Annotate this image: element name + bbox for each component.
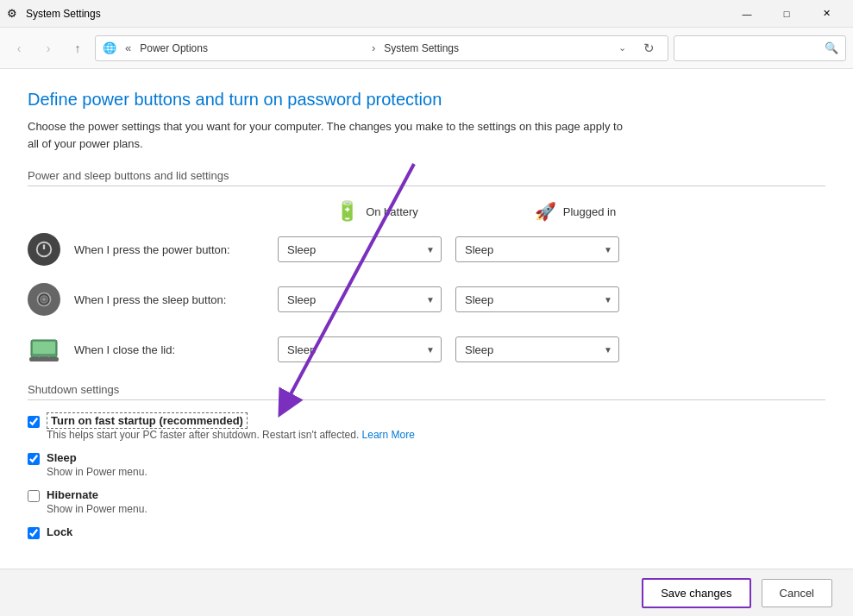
hibernate-desc: Show in Power menu. (47, 503, 147, 515)
battery-icon: 🔋 (336, 200, 359, 223)
power-button-label: When I press the power button: (74, 243, 264, 256)
hibernate-content: Hibernate Show in Power menu. (47, 488, 147, 515)
hibernate-checkbox[interactable] (28, 490, 40, 502)
cancel-button[interactable]: Cancel (762, 579, 832, 607)
address-chevron[interactable]: ⌄ (612, 39, 631, 58)
refresh-button[interactable]: ↻ (637, 36, 661, 60)
fast-startup-row: Turn on fast startup (recommended) This … (28, 414, 825, 441)
lid-label: When I close the lid: (74, 343, 264, 356)
lid-plugged-dropdown-wrap: Do nothing Sleep Hibernate Shut down Tur… (455, 336, 619, 362)
search-box[interactable]: 🔍 (674, 35, 846, 61)
sleep-button-label: When I press the sleep button: (74, 293, 264, 306)
app-icon: ⚙ (7, 7, 21, 21)
window-controls: — □ ✕ (727, 0, 846, 28)
power-button-icon (28, 233, 60, 266)
power-battery-dropdown-wrap: Do nothing Sleep Hibernate Shut down Tur… (278, 236, 442, 262)
addressbar: ‹ › ↑ 🌐 « Power Options › System Setting… (0, 28, 853, 69)
sleep-plugged-dropdown[interactable]: Do nothing Sleep Hibernate Shut down Tur… (455, 286, 619, 312)
lock-label[interactable]: Lock (47, 525, 72, 538)
breadcrumb-icon: 🌐 (103, 41, 116, 54)
svg-rect-7 (33, 342, 55, 354)
page-title: Define power buttons and turn on passwor… (28, 90, 825, 110)
shutdown-section-header: Shutdown settings (28, 383, 825, 400)
hibernate-label[interactable]: Hibernate (47, 488, 98, 501)
sleep-row: Sleep Show in Power menu. (28, 451, 825, 478)
breadcrumb-system-settings: System Settings (384, 42, 607, 54)
power-plugged-dropdown-wrap: Do nothing Sleep Hibernate Shut down Tur… (455, 236, 619, 262)
footer: Save changes Cancel (0, 569, 853, 616)
page-description: Choose the power settings that you want … (28, 118, 631, 152)
lid-plugged-dropdown[interactable]: Do nothing Sleep Hibernate Shut down Tur… (455, 336, 619, 362)
sleep-checkbox[interactable] (28, 453, 40, 465)
breadcrumb-power-options: Power Options (140, 42, 363, 54)
back-button[interactable]: ‹ (7, 36, 31, 60)
close-button[interactable]: ✕ (806, 0, 846, 28)
power-plugged-dropdown[interactable]: Do nothing Sleep Hibernate Shut down Tur… (455, 236, 619, 262)
lid-battery-dropdown[interactable]: Do nothing Sleep Hibernate Shut down Tur… (278, 336, 442, 362)
shutdown-section: Shutdown settings Turn on fast startup (… (28, 383, 825, 539)
fast-startup-desc: This helps start your PC faster after sh… (47, 429, 415, 441)
address-box: 🌐 « Power Options › System Settings ⌄ ↻ (95, 35, 668, 61)
sleep-plugged-dropdown-wrap: Do nothing Sleep Hibernate Shut down Tur… (455, 286, 619, 312)
save-changes-button[interactable]: Save changes (642, 578, 750, 608)
svg-point-5 (42, 298, 45, 300)
sleep-button-icon (28, 283, 60, 316)
minimize-button[interactable]: — (727, 0, 767, 28)
titlebar: ⚙ System Settings — □ ✕ (0, 0, 853, 28)
column-headers: 🔋 On battery 🚀 Plugged in (278, 200, 825, 223)
sleep-battery-dropdown[interactable]: Do nothing Sleep Hibernate Shut down Tur… (278, 286, 442, 312)
col-battery: 🔋 On battery (278, 200, 476, 223)
main-content: Define power buttons and turn on passwor… (0, 69, 853, 616)
fast-startup-label[interactable]: Turn on fast startup (recommended) (47, 412, 248, 429)
sleep-label[interactable]: Sleep (47, 451, 77, 464)
window-title: System Settings (26, 8, 727, 20)
lid-icon (28, 333, 60, 366)
col-plugged-label: Plugged in (563, 205, 616, 218)
lid-row: When I close the lid: Do nothing Sleep H… (28, 333, 825, 366)
search-icon: 🔍 (825, 41, 838, 54)
sleep-desc: Show in Power menu. (47, 466, 147, 478)
up-button[interactable]: ↑ (66, 36, 90, 60)
sleep-button-row: When I press the sleep button: Do nothin… (28, 283, 825, 316)
power-battery-dropdown[interactable]: Do nothing Sleep Hibernate Shut down Tur… (278, 236, 442, 262)
hibernate-row: Hibernate Show in Power menu. (28, 488, 825, 515)
breadcrumb-arrow: › (372, 41, 375, 54)
search-input[interactable] (681, 42, 825, 54)
lock-content: Lock (47, 525, 72, 538)
lid-battery-dropdown-wrap: Do nothing Sleep Hibernate Shut down Tur… (278, 336, 442, 362)
buttons-section-header: Power and sleep buttons and lid settings (28, 169, 825, 186)
fast-startup-desc-text: This helps start your PC faster after sh… (47, 429, 359, 441)
col-plugged: 🚀 Plugged in (476, 201, 674, 222)
breadcrumb-sep1: « (125, 41, 131, 54)
lock-checkbox[interactable] (28, 527, 40, 539)
plug-icon: 🚀 (535, 201, 556, 222)
sleep-battery-dropdown-wrap: Do nothing Sleep Hibernate Shut down Tur… (278, 286, 442, 312)
maximize-button[interactable]: □ (767, 0, 806, 28)
sleep-content: Sleep Show in Power menu. (47, 451, 147, 478)
lock-row: Lock (28, 525, 825, 539)
forward-button[interactable]: › (36, 36, 60, 60)
learn-more-link[interactable]: Learn More (362, 429, 415, 441)
fast-startup-checkbox[interactable] (28, 416, 40, 428)
power-button-row: When I press the power button: Do nothin… (28, 233, 825, 266)
fast-startup-content: Turn on fast startup (recommended) This … (47, 414, 415, 441)
col-battery-label: On battery (366, 205, 418, 218)
svg-rect-8 (29, 357, 59, 361)
